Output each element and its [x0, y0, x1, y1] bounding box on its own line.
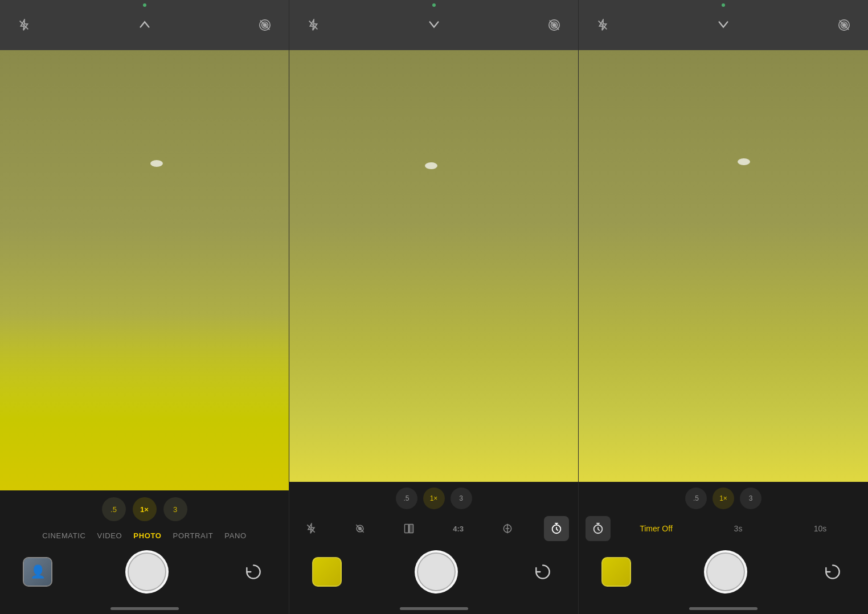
live-tool[interactable]	[347, 516, 372, 541]
zoom-3x-button-2[interactable]: 3	[451, 488, 472, 509]
bottom-area-1: .5 1× 3 CINEMATIC VIDEO PHOTO PORTRAIT P…	[0, 490, 289, 614]
shutter-row-1: 👤	[0, 545, 289, 603]
status-dot	[143, 3, 146, 7]
svg-line-13	[357, 525, 364, 532]
timer-3s-option[interactable]: 3s	[697, 517, 779, 540]
mode-selector: CINEMATIC VIDEO PHOTO PORTRAIT PANO	[0, 526, 289, 545]
home-indicator-3	[579, 603, 868, 614]
highlight-1	[150, 160, 163, 167]
rotate-button-2[interactable]	[530, 559, 555, 584]
thumbnail-1[interactable]: 👤	[23, 557, 52, 587]
rotate-button-1[interactable]	[241, 559, 266, 584]
home-bar-1	[110, 607, 179, 610]
zoom-05-button-2[interactable]: .5	[396, 488, 417, 509]
home-indicator-2	[289, 603, 578, 614]
mode-photo[interactable]: PHOTO	[133, 531, 161, 540]
bottom-area-2: .5 1× 3	[289, 482, 578, 614]
timer-icon-button[interactable]	[586, 516, 611, 541]
tools-bar: 4:3	[289, 513, 578, 545]
timer-tool[interactable]	[544, 516, 569, 541]
live-photo-icon-3[interactable]	[834, 15, 854, 35]
flash-off-icon-3[interactable]	[592, 15, 613, 35]
viewfinder-2[interactable]	[289, 50, 578, 482]
status-dot-2	[432, 3, 436, 7]
live-photo-icon[interactable]	[255, 15, 275, 35]
panel-tools-mode: .5 1× 3	[289, 0, 579, 614]
zoom-buttons-3: .5 1× 3	[579, 482, 868, 513]
viewfinder-3[interactable]	[579, 50, 868, 482]
flip-tool[interactable]	[396, 516, 421, 541]
status-dot-3	[722, 3, 725, 7]
zoom-3x-button-3[interactable]: 3	[740, 488, 761, 509]
mode-pano[interactable]: PANO	[224, 531, 246, 540]
chevron-down-icon-3[interactable]	[717, 19, 730, 31]
panel-timer-mode: .5 1× 3 Timer Off 3s 10s	[579, 0, 868, 614]
svg-rect-15	[410, 525, 413, 533]
timer-off-option[interactable]: Timer Off	[615, 517, 697, 540]
mode-video[interactable]: VIDEO	[97, 531, 122, 540]
thumbnail-image-1: 👤	[24, 558, 51, 586]
flash-tool[interactable]	[298, 516, 324, 541]
flash-off-icon-2[interactable]	[303, 15, 324, 35]
home-bar-3	[689, 607, 758, 610]
top-bar-2	[289, 0, 578, 50]
zoom-05-button-3[interactable]: .5	[685, 488, 707, 509]
chevron-up-icon[interactable]	[138, 19, 151, 31]
bottom-area-3: .5 1× 3 Timer Off 3s 10s	[579, 482, 868, 614]
shutter-button-3[interactable]	[704, 550, 747, 593]
zoom-1x-button-2[interactable]: 1×	[423, 488, 445, 509]
mode-portrait[interactable]: PORTRAIT	[173, 531, 214, 540]
shutter-inner-3	[707, 554, 744, 590]
zoom-buttons-1: .5 1× 3	[0, 490, 289, 526]
timer-10s-option[interactable]: 10s	[779, 517, 861, 540]
live-photo-icon-2[interactable]	[544, 15, 564, 35]
mode-cinematic[interactable]: CINEMATIC	[42, 531, 85, 540]
shutter-button-1[interactable]	[125, 550, 169, 593]
viewfinder-1[interactable]	[0, 50, 289, 490]
ratio-tool[interactable]: 4:3	[446, 516, 471, 541]
shutter-inner-1	[129, 554, 165, 590]
shutter-button-2[interactable]	[415, 550, 458, 593]
home-bar-2	[400, 607, 468, 610]
zoom-1x-button-3[interactable]: 1×	[713, 488, 734, 509]
zoom-3x-button[interactable]: 3	[163, 497, 187, 521]
shutter-row-2	[289, 545, 578, 603]
zoom-05-button[interactable]: .5	[102, 497, 126, 521]
exposure-tool[interactable]	[495, 516, 520, 541]
highlight-3	[738, 158, 750, 165]
thumbnail-2[interactable]	[312, 557, 342, 587]
shutter-inner-2	[418, 554, 455, 590]
top-bar-1	[0, 0, 289, 50]
timer-bar: Timer Off 3s 10s	[579, 513, 868, 545]
home-indicator-1	[0, 603, 289, 614]
shutter-row-3	[579, 545, 868, 603]
chevron-down-icon-2[interactable]	[428, 19, 440, 31]
zoom-1x-button[interactable]: 1×	[133, 497, 157, 521]
top-bar-3	[579, 0, 868, 50]
rotate-button-3[interactable]	[820, 559, 845, 584]
highlight-2	[425, 162, 437, 169]
zoom-buttons-2: .5 1× 3	[289, 482, 578, 513]
svg-rect-14	[405, 525, 409, 533]
panel-photo-mode: .5 1× 3 CINEMATIC VIDEO PHOTO PORTRAIT P…	[0, 0, 289, 614]
thumbnail-3[interactable]	[601, 557, 631, 587]
flash-off-icon[interactable]	[14, 15, 34, 35]
